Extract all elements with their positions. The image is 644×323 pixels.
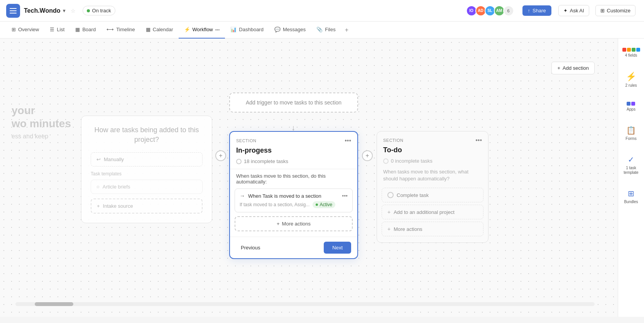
- tab-board[interactable]: ▦ Board: [70, 22, 101, 39]
- todo-card: Section ••• To-do 0 incomplete tasks Whe…: [377, 131, 488, 243]
- canvas: your wo minutes ess and keep How are tas…: [0, 39, 644, 317]
- add-section-plus-icon: +: [557, 65, 560, 71]
- list-icon: ☰: [50, 27, 54, 32]
- left-card: How are tasks being added to this projec…: [81, 116, 212, 223]
- more-actions-button[interactable]: + More actions: [235, 216, 353, 231]
- tab-calendar[interactable]: ▦ Calendar: [140, 22, 179, 39]
- todo-auto-label: When tasks move to this section, what sh…: [377, 168, 488, 186]
- add-project-icon: +: [387, 209, 390, 215]
- arrow-right-icon: →: [240, 193, 245, 199]
- panel-item-bundles[interactable]: ⊞ Bundles: [621, 186, 641, 207]
- panel-item-fields[interactable]: 4 fields: [619, 45, 643, 61]
- tab-timeline[interactable]: ⟷ Timeline: [101, 22, 140, 39]
- apps-icon: [627, 102, 635, 106]
- share-button[interactable]: ↑ Share: [522, 5, 551, 16]
- status-dot: [87, 9, 90, 12]
- ask-ai-button[interactable]: ✦ Ask AI: [558, 5, 589, 16]
- panel-item-task-template[interactable]: ✓ 1 task template: [618, 152, 644, 178]
- bundles-label: Bundles: [624, 200, 638, 204]
- tab-messages[interactable]: 💬 Messages: [269, 22, 311, 39]
- status-badge[interactable]: On track: [83, 6, 115, 15]
- workflow-more-icon: •••: [215, 27, 220, 32]
- next-button[interactable]: Next: [324, 242, 351, 254]
- task-template-icon: ✓: [628, 155, 634, 164]
- inprogress-menu-icon[interactable]: •••: [345, 137, 351, 144]
- chevron-down-icon: ▾: [63, 8, 65, 13]
- calendar-icon: ▦: [146, 27, 150, 32]
- complete-task-icon: [387, 192, 394, 198]
- add-project-option[interactable]: + Add to an additional project: [382, 205, 483, 219]
- scrollbar-thumb[interactable]: [35, 302, 73, 306]
- rules-label: 2 rules: [625, 83, 637, 88]
- add-tab-button[interactable]: +: [341, 27, 352, 34]
- share-icon: ↑: [528, 8, 531, 13]
- ai-icon: ✦: [563, 8, 568, 13]
- rule-item: → When Task is moved to a section ••• If…: [235, 188, 353, 212]
- scrollbar-track[interactable]: [15, 302, 595, 306]
- plus-circle-right[interactable]: +: [362, 150, 373, 161]
- customize-button[interactable]: ⊞ Customize: [595, 5, 636, 16]
- trigger-box[interactable]: Add trigger to move tasks to this sectio…: [229, 93, 358, 113]
- avatars-group: IO AD SL AM 6: [466, 5, 514, 16]
- plus-more-icon: +: [277, 221, 280, 227]
- svg-rect-2: [10, 13, 17, 13]
- star-icon[interactable]: ☆: [71, 8, 76, 14]
- task-template-check-icon: ○: [96, 184, 100, 190]
- active-badge: Active: [313, 201, 335, 208]
- tab-dashboard[interactable]: 📊 Dashboard: [225, 22, 269, 39]
- overview-icon: ⊞: [12, 27, 16, 32]
- forms-icon: 📋: [626, 126, 636, 135]
- project-name[interactable]: Tech.Wondo ▾: [24, 7, 65, 14]
- panel-item-rules[interactable]: ⚡ 2 rules: [622, 69, 640, 91]
- intake-source-btn[interactable]: + Intake source: [91, 199, 203, 214]
- todo-menu-icon[interactable]: •••: [475, 137, 482, 144]
- menu-button[interactable]: [6, 4, 20, 18]
- panel-item-forms[interactable]: 📋 Forms: [622, 123, 639, 144]
- todo-title: To-do: [377, 146, 488, 157]
- inprogress-card: Section ••• In-progess 18 incomplete tas…: [229, 131, 358, 259]
- tab-workflow[interactable]: ⚡ Workflow •••: [179, 22, 225, 39]
- topbar: Tech.Wondo ▾ ☆ On track IO AD SL AM 6 ↑ …: [0, 0, 644, 22]
- workflow-icon: ⚡: [184, 27, 190, 32]
- inprogress-title: In-progess: [230, 146, 357, 158]
- panel-item-apps[interactable]: Apps: [624, 99, 639, 115]
- tab-overview[interactable]: ⊞ Overview: [6, 22, 44, 39]
- bundles-icon: ⊞: [628, 189, 634, 198]
- timeline-icon: ⟷: [106, 27, 114, 32]
- svg-rect-1: [10, 10, 17, 11]
- active-dot: [316, 204, 318, 206]
- workflow-container: your wo minutes ess and keep How are tas…: [8, 46, 625, 309]
- todo-more-actions-btn[interactable]: + More actions: [382, 222, 483, 236]
- svg-rect-0: [10, 8, 17, 9]
- customize-icon: ⊞: [600, 8, 605, 13]
- add-section-button[interactable]: + Add section: [551, 62, 595, 74]
- task-template-label: 1 task template: [621, 166, 641, 175]
- auto-label: When tasks move to this section, do this…: [230, 173, 357, 188]
- section-label-todo: Section: [383, 138, 403, 143]
- tab-list[interactable]: ☰ List: [44, 22, 70, 39]
- manually-icon: ↩: [96, 156, 101, 162]
- todo-tasks-icon: [383, 158, 389, 164]
- nav-tabs: ⊞ Overview ☰ List ▦ Board ⟷ Timeline ▦ C…: [0, 22, 644, 39]
- apps-label: Apps: [627, 107, 636, 112]
- card-nav: Previous Next: [230, 237, 357, 258]
- forms-label: Forms: [625, 136, 636, 141]
- tasks-circle-icon: [236, 159, 242, 164]
- left-card-title: How are tasks being added to this projec…: [91, 125, 203, 145]
- rule-menu-icon[interactable]: •••: [342, 193, 348, 199]
- messages-icon: 💬: [274, 27, 281, 32]
- dashboard-icon: 📊: [230, 27, 237, 32]
- files-icon: 📎: [316, 27, 323, 32]
- complete-task-option[interactable]: Complete task: [382, 188, 483, 202]
- plus-circle-left[interactable]: +: [215, 150, 226, 161]
- partial-text: your wo minutes ess and keep: [12, 104, 71, 140]
- fields-label: 4 fields: [625, 53, 637, 58]
- right-panel: 4 fields ⚡ 2 rules Apps 📋 Forms ✓ 1 task…: [618, 39, 644, 317]
- previous-button[interactable]: Previous: [236, 242, 265, 253]
- plus-icon: +: [97, 203, 100, 209]
- tab-files[interactable]: 📎 Files: [311, 22, 341, 39]
- fields-icon: [622, 48, 640, 52]
- rules-icon: ⚡: [626, 72, 636, 82]
- avatar-count: 6: [503, 5, 514, 16]
- todo-plus-icon: +: [387, 226, 390, 232]
